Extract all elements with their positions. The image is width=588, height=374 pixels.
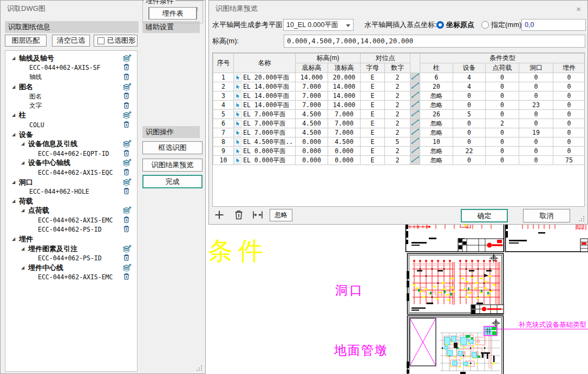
cell-bottom-elev[interactable]: 7.000 xyxy=(296,101,328,110)
tree-item[interactable]: ◢ 埋件中心线 xyxy=(5,263,137,273)
table-row[interactable]: 10 EL 0.000平面 0.000 0.000 xyxy=(213,156,585,165)
cell-column-count[interactable]: 20 xyxy=(420,82,453,91)
tree-item[interactable]: ◢ ECC-044+062-AXIS-SF xyxy=(5,63,137,73)
cell-bottom-elev[interactable]: 0.000 xyxy=(296,147,328,156)
edit-elevation-cell[interactable] xyxy=(410,91,420,101)
expand-arrow-icon[interactable]: ◢ xyxy=(21,266,28,270)
cell-letter[interactable]: E xyxy=(361,156,385,165)
tree-item[interactable]: ◢ ECC-044+062-HOLE xyxy=(5,187,137,196)
cell-number[interactable]: 5 xyxy=(385,137,410,147)
cell-number[interactable]: 2 xyxy=(385,110,410,119)
cell-name[interactable]: EL 14.000平面 xyxy=(234,82,296,91)
finish-button[interactable]: 完成 xyxy=(142,175,202,188)
cell-bottom-elev[interactable]: 14.000 xyxy=(296,73,328,82)
cell-bottom-elev[interactable]: 4.500 xyxy=(296,128,328,137)
edit-elevation-cell[interactable] xyxy=(410,147,420,156)
merge-rows-icon[interactable] xyxy=(252,209,264,220)
pick-plane-icon[interactable] xyxy=(234,157,241,164)
pick-plane-icon[interactable] xyxy=(234,83,241,90)
pick-plane-icon[interactable] xyxy=(234,102,241,109)
cell-name[interactable]: EL 14.000平面 xyxy=(234,101,296,110)
layer-match-button[interactable]: 图层匹配 xyxy=(5,35,47,47)
add-layer-icon[interactable] xyxy=(122,111,132,120)
tree-item[interactable]: ◢ 轴线及轴号 xyxy=(5,54,137,63)
add-layer-icon[interactable] xyxy=(122,54,132,63)
cell-column-count[interactable]: 10 xyxy=(420,137,453,147)
ignore-button[interactable]: 忽略 xyxy=(270,209,292,221)
tree-item[interactable]: ◢ ECC-044+062-PS-ID xyxy=(5,225,137,235)
specify-radio[interactable]: 指定(mm): xyxy=(481,19,524,31)
pick-plane-icon[interactable] xyxy=(234,93,241,100)
cell-opening-count[interactable]: 0 xyxy=(519,147,553,156)
cell-equipment-count[interactable]: 0 xyxy=(453,137,486,147)
cell-equipment-count[interactable]: 5 xyxy=(453,110,486,119)
cell-equipment-count[interactable]: 4 xyxy=(453,82,486,91)
expand-arrow-icon[interactable]: ◢ xyxy=(12,237,19,241)
cell-top-elev[interactable]: 7.000 xyxy=(328,128,361,137)
tree-item[interactable]: ◢ 埋件 xyxy=(5,234,137,244)
cell-column-count[interactable]: 6 xyxy=(420,73,453,82)
radio-selected-icon[interactable] xyxy=(436,21,444,29)
cell-column-count[interactable]: 忽略 xyxy=(420,119,453,128)
cell-letter[interactable]: E xyxy=(361,137,385,147)
resize-grip[interactable] xyxy=(197,365,202,371)
cell-opening-count[interactable]: 0 xyxy=(519,73,553,82)
expand-arrow-icon[interactable]: ◢ xyxy=(12,199,19,204)
table-row[interactable]: 1 EL 20.000平面 14.000 20.000 xyxy=(213,73,585,82)
cell-bottom-elev[interactable]: 4.500 xyxy=(296,110,328,119)
cell-embed-count[interactable]: 0 xyxy=(553,128,585,137)
checkbox-icon[interactable] xyxy=(97,37,104,44)
cell-letter[interactable]: E xyxy=(361,82,385,91)
table-row[interactable]: 3 EL 14.000平面 7.000 14.000 xyxy=(213,91,585,101)
cell-embed-count[interactable]: 0 xyxy=(553,91,585,101)
cell-equipment-count[interactable]: 22 xyxy=(453,147,486,156)
cell-point-load-count[interactable]: 2 xyxy=(486,119,519,128)
preview-results-button[interactable]: 识图结果预览 xyxy=(142,159,202,172)
cell-point-load-count[interactable]: 0 xyxy=(486,137,519,147)
cell-column-count[interactable]: 忽略 xyxy=(420,91,453,101)
cell-bottom-elev[interactable]: 4.500 xyxy=(296,119,328,128)
cell-number[interactable]: 2 xyxy=(385,119,410,128)
cell-equipment-count[interactable]: 4 xyxy=(453,73,486,82)
tree-item[interactable]: ◢ 柱 xyxy=(5,111,137,121)
delete-layer-icon[interactable] xyxy=(122,92,132,101)
cell-point-load-count[interactable]: 0 xyxy=(486,128,519,137)
cell-opening-count[interactable]: 0 xyxy=(519,82,553,91)
add-layer-icon[interactable] xyxy=(122,244,132,253)
edit-elevation-cell[interactable] xyxy=(410,73,420,82)
tree-item[interactable]: ◢ 设备 xyxy=(5,130,137,140)
cell-number[interactable]: 2 xyxy=(385,73,410,82)
cad-viewport[interactable]: 条件 洞口 地面管墩 xyxy=(206,224,588,374)
cell-top-elev[interactable]: 0.000 xyxy=(328,147,361,156)
cell-top-elev[interactable]: 20.000 xyxy=(328,73,361,82)
expand-arrow-icon[interactable]: ◢ xyxy=(21,142,28,146)
cell-name[interactable]: EL 7.000平面 xyxy=(234,110,296,119)
cell-bottom-elev[interactable]: 7.000 xyxy=(296,91,328,101)
cell-point-load-count[interactable]: 0 xyxy=(486,147,519,156)
pick-plane-icon[interactable] xyxy=(234,148,241,155)
tree-item[interactable]: ◢ COLU xyxy=(5,120,137,130)
expand-arrow-icon[interactable]: ◢ xyxy=(12,133,19,137)
preview-dialog-titlebar[interactable]: 识图结果预览 × xyxy=(209,1,587,17)
cell-column-count[interactable]: 忽略 xyxy=(420,156,453,165)
origin-radio[interactable]: 坐标原点 xyxy=(436,19,474,31)
delete-layer-icon[interactable] xyxy=(122,215,132,225)
delete-row-icon[interactable] xyxy=(233,209,244,220)
cell-letter[interactable]: E xyxy=(361,91,385,101)
cell-column-count[interactable]: 忽略 xyxy=(420,101,453,110)
table-row[interactable]: 8 EL 4.500平面.. 0.000 4.500 xyxy=(213,137,585,147)
cell-embed-count[interactable]: 0 xyxy=(553,147,585,156)
cell-name[interactable]: EL 7.000平面 xyxy=(234,128,296,137)
cell-top-elev[interactable]: 14.000 xyxy=(328,82,361,91)
elevation-input[interactable]: 0.000,4.500,7.000,14.000,20.000 xyxy=(284,35,585,48)
cell-number[interactable]: 2 xyxy=(385,91,410,101)
cell-point-load-count[interactable]: 0 xyxy=(486,101,519,110)
table-row[interactable]: 4 EL 14.000平面 7.000 14.000 xyxy=(213,101,585,110)
radio-unselected-icon[interactable] xyxy=(481,21,489,29)
box-select-button[interactable]: 框选识图 xyxy=(142,141,202,154)
table-row[interactable]: 2 EL 14.000平面 7.000 14.000 xyxy=(213,82,585,91)
table-row[interactable]: 7 EL 7.000平面 4.500 7.000 xyxy=(213,128,585,137)
tree-item[interactable]: ◢ 图名 xyxy=(5,82,137,92)
cell-point-load-count[interactable]: 0 xyxy=(486,73,519,82)
cell-number[interactable]: 2 xyxy=(385,147,410,156)
